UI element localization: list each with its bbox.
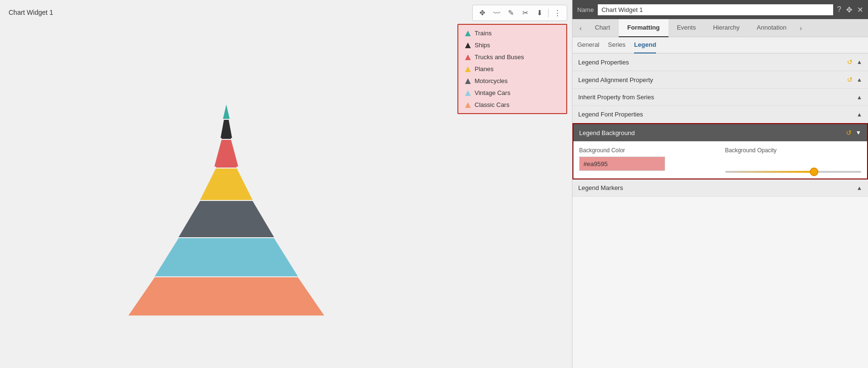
section-legend-alignment: Legend Alignment Property ↺ ▲ xyxy=(572,71,868,89)
tab-hierarchy[interactable]: Hierarchy xyxy=(704,19,748,37)
svg-marker-9 xyxy=(179,201,274,237)
legend-label-classic: Classic Cars xyxy=(475,101,509,108)
section-header-right-6: ▲ xyxy=(857,185,862,191)
name-label: Name xyxy=(577,6,594,13)
tab-annotation[interactable]: Annotation xyxy=(748,19,795,37)
tab-prev-btn[interactable]: ‹ xyxy=(575,19,586,37)
section-legend-background-header[interactable]: Legend Background ↺ ▼ xyxy=(573,124,867,141)
bg-color-value: #ea9595 xyxy=(583,160,608,168)
section-header-right-3: ▲ xyxy=(857,94,862,101)
legend-item-trucks: Trucks and Buses xyxy=(465,53,560,61)
legend-item-vintage: Vintage Cars xyxy=(465,89,560,96)
legend-label-trucks: Trucks and Buses xyxy=(475,53,524,61)
right-panel: Name ? ✥ ✕ ‹ Chart Formatting Events Hie… xyxy=(572,0,868,368)
chevron-up-icon-4[interactable]: ▲ xyxy=(857,111,862,118)
widget-name-input[interactable] xyxy=(598,4,833,15)
more-icon[interactable]: ⋮ xyxy=(551,7,563,19)
section-legend-markers-header[interactable]: Legend Markers ▲ xyxy=(572,179,868,196)
chevron-up-icon-3[interactable]: ▲ xyxy=(857,94,862,101)
chevron-up-icon-6[interactable]: ▲ xyxy=(857,185,862,191)
svg-marker-10 xyxy=(200,168,253,200)
section-legend-properties-header[interactable]: Legend Properties ↺ ▲ xyxy=(572,53,868,71)
cut-icon[interactable]: ✂ xyxy=(519,7,531,19)
section-legend-background-label: Legend Background xyxy=(579,129,635,137)
svg-marker-4 xyxy=(465,78,471,84)
edit-icon[interactable]: ✎ xyxy=(505,7,517,19)
ships-icon xyxy=(465,42,471,48)
section-inherit: Inherit Property from Series ▲ xyxy=(572,89,868,106)
section-legend-font: Legend Font Properties ▲ xyxy=(572,106,868,123)
chevron-up-icon[interactable]: ▲ xyxy=(857,59,862,65)
bg-opacity-label: Background Opacity xyxy=(725,147,862,154)
opacity-slider-container xyxy=(725,157,862,173)
panel-header: Name ? ✥ ✕ xyxy=(572,0,868,19)
section-inherit-header[interactable]: Inherit Property from Series ▲ xyxy=(572,89,868,105)
svg-marker-14 xyxy=(221,120,232,138)
legend-label-motorcycles: Motorcycles xyxy=(475,77,508,84)
section-legend-font-header[interactable]: Legend Font Properties ▲ xyxy=(572,106,868,123)
bg-color-swatch[interactable]: #ea9595 xyxy=(579,157,665,171)
section-header-right: ↺ ▲ xyxy=(847,58,862,66)
trucks-icon xyxy=(465,54,471,60)
svg-marker-6 xyxy=(465,102,471,108)
panel-header-icons: ? ✥ ✕ xyxy=(837,5,863,14)
tab-next-btn[interactable]: › xyxy=(795,19,806,37)
opacity-slider-track[interactable] xyxy=(725,171,862,173)
section-legend-alignment-label: Legend Alignment Property xyxy=(578,76,653,84)
section-inherit-label: Inherit Property from Series xyxy=(578,94,654,101)
help-icon[interactable]: ? xyxy=(837,5,841,14)
vintage-icon xyxy=(465,90,471,96)
close-icon[interactable]: ✕ xyxy=(857,5,863,14)
pyramid-svg xyxy=(88,63,365,330)
link-icon[interactable]: 〰 xyxy=(491,7,502,19)
chevron-down-icon[interactable]: ▼ xyxy=(856,129,861,136)
section-legend-alignment-header[interactable]: Legend Alignment Property ↺ ▲ xyxy=(572,71,868,88)
chart-panel: Chart Widget 1 ✥ 〰 ✎ ✂ ⬇ ⋮ Trains Ships … xyxy=(0,0,572,368)
subtab-series[interactable]: Series xyxy=(608,37,625,53)
subtab-legend[interactable]: Legend xyxy=(634,37,656,53)
section-legend-markers-label: Legend Markers xyxy=(578,184,623,191)
svg-marker-0 xyxy=(465,31,471,36)
svg-marker-15 xyxy=(223,105,230,119)
download-icon[interactable]: ⬇ xyxy=(534,7,545,19)
legend-item-classic: Classic Cars xyxy=(465,101,560,108)
chevron-up-icon-2[interactable]: ▲ xyxy=(857,76,862,83)
legend-label-ships: Ships xyxy=(475,42,490,49)
planes-icon xyxy=(465,66,471,72)
properties-panel: Legend Properties ↺ ▲ Legend Alignment P… xyxy=(572,53,868,368)
section-legend-properties: Legend Properties ↺ ▲ xyxy=(572,53,868,71)
opacity-slider-thumb[interactable] xyxy=(810,168,818,176)
chart-title: Chart Widget 1 xyxy=(9,9,53,16)
section-legend-properties-label: Legend Properties xyxy=(578,59,629,66)
legend-item-trains: Trains xyxy=(465,30,560,37)
subtab-general[interactable]: General xyxy=(577,37,599,53)
section-header-right-5: ↺ ▼ xyxy=(846,129,861,137)
svg-marker-1 xyxy=(465,42,471,48)
bg-color-label: Background Color xyxy=(579,147,716,154)
tab-formatting[interactable]: Formatting xyxy=(619,19,668,37)
refresh-icon-2[interactable]: ↺ xyxy=(847,76,853,84)
legend-label-planes: Planes xyxy=(475,65,494,73)
toolbar-separator xyxy=(548,9,549,17)
legend-label-vintage: Vintage Cars xyxy=(475,89,510,96)
section-header-right-2: ↺ ▲ xyxy=(847,76,862,84)
section-legend-background-content: Background Color #ea9595 Background Opac… xyxy=(573,141,867,179)
svg-marker-3 xyxy=(465,66,471,72)
trains-icon xyxy=(465,31,471,36)
refresh-icon[interactable]: ↺ xyxy=(847,58,853,66)
color-section: Background Color #ea9595 Background Opac… xyxy=(579,147,861,173)
svg-marker-12 xyxy=(214,140,238,167)
svg-marker-5 xyxy=(465,90,471,96)
opacity-col: Background Opacity xyxy=(725,147,862,173)
tab-events[interactable]: Events xyxy=(668,19,705,37)
chart-toolbar: ✥ 〰 ✎ ✂ ⬇ ⋮ xyxy=(472,5,567,21)
section-legend-font-label: Legend Font Properties xyxy=(578,111,643,118)
move-icon[interactable]: ✥ xyxy=(476,7,488,19)
legend-item-motorcycles: Motorcycles xyxy=(465,77,560,84)
subtab-bar: General Series Legend xyxy=(572,37,868,53)
refresh-icon-bg[interactable]: ↺ xyxy=(846,129,852,137)
resize-icon[interactable]: ✥ xyxy=(846,5,852,14)
tab-chart[interactable]: Chart xyxy=(586,19,619,37)
legend-item-planes: Planes xyxy=(465,65,560,73)
legend-label-trains: Trains xyxy=(475,30,492,37)
